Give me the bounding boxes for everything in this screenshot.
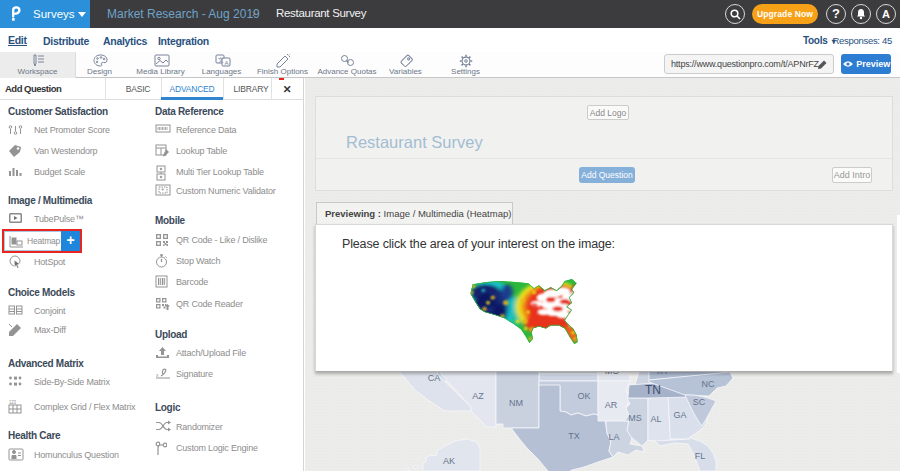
svg-text:AK: AK <box>443 456 455 466</box>
svg-text:GA: GA <box>673 410 686 420</box>
svg-text:x: x <box>156 372 159 378</box>
svg-text:SC: SC <box>693 397 706 407</box>
svg-text:NC: NC <box>702 379 715 389</box>
svg-text:CA: CA <box>428 373 441 383</box>
svg-text:TX: TX <box>568 431 580 441</box>
svg-text:123: 123 <box>9 400 17 405</box>
svg-text:LA: LA <box>608 432 619 442</box>
svg-text:MS: MS <box>628 413 642 423</box>
svg-text:NM: NM <box>509 398 523 408</box>
svg-text:FL: FL <box>695 451 706 461</box>
svg-text:TN: TN <box>645 383 661 397</box>
svg-text:A: A <box>224 60 228 66</box>
svg-text:AL: AL <box>650 414 661 424</box>
svg-text:AR: AR <box>605 400 618 410</box>
svg-text:AZ: AZ <box>472 391 484 401</box>
svg-text:文: 文 <box>218 56 224 63</box>
svg-text:*: * <box>161 186 164 195</box>
svg-text:OK: OK <box>577 391 590 401</box>
